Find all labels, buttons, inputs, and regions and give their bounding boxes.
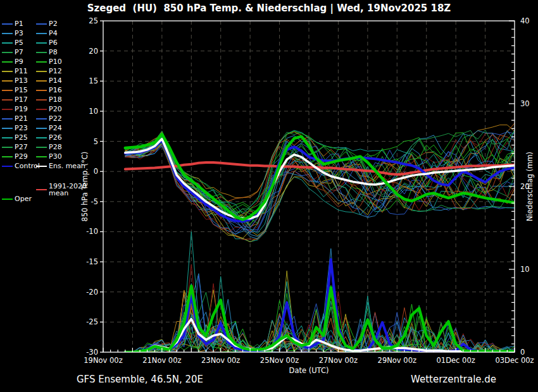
legend-label: P13 — [15, 77, 28, 84]
legend-row: P15P16 — [0, 85, 84, 95]
legend-row: 1991-2020 mean — [0, 180, 84, 190]
legend-swatch-icon — [2, 156, 13, 157]
left-tick-label: 5 — [94, 137, 98, 146]
left-tick-label: -10 — [86, 227, 98, 236]
legend-row: ControlEns. mean — [0, 161, 84, 171]
left-tick-label: 20 — [89, 47, 98, 56]
legend-item-p8: P8 — [36, 47, 58, 57]
left-tick-label: 25 — [89, 16, 98, 25]
legend-item-p10: P10 — [36, 57, 62, 66]
legend-label: P30 — [49, 153, 62, 160]
legend-item-p11: P11 — [2, 66, 28, 76]
legend-item-p2: P2 — [36, 19, 58, 28]
legend-label: P26 — [49, 134, 62, 141]
legend-row: P5P6 — [0, 38, 84, 47]
legend-item-p26: P26 — [36, 133, 62, 142]
legend-label: P4 — [49, 30, 58, 37]
legend-swatch-icon — [2, 61, 13, 63]
legend-item-p4: P4 — [36, 28, 58, 38]
y-axis-right-title: Niederschlag (mm) — [525, 152, 534, 221]
x-tick-label: 19Nov 00z — [84, 356, 122, 365]
legend-item-p25: P25 — [2, 133, 28, 142]
legend-label: P20 — [49, 106, 62, 113]
legend-label: P25 — [15, 134, 28, 141]
meteogram-app: Szeged (HU) 850 hPa Temp. & Niederschlag… — [0, 0, 538, 392]
legend-item-p7: P7 — [2, 47, 23, 57]
legend-item-p29: P29 — [2, 152, 28, 161]
legend-label: P10 — [49, 58, 62, 65]
legend-label: P1 — [15, 20, 23, 27]
legend-label: P6 — [49, 39, 58, 46]
right-tick-label: 30 — [520, 99, 530, 108]
left-tick-label: -15 — [86, 257, 98, 266]
legend-swatch-icon — [2, 52, 13, 53]
legend-label: Oper — [15, 195, 32, 202]
legend-label: P7 — [15, 49, 23, 56]
legend-label: P24 — [49, 125, 62, 132]
left-tick-label: -20 — [86, 288, 98, 297]
legend-label: P16 — [49, 87, 62, 94]
legend-swatch-icon — [2, 118, 13, 119]
left-tick-label: 10 — [89, 107, 98, 116]
legend-label: P14 — [49, 77, 62, 84]
legend-item-p21: P21 — [2, 114, 28, 123]
page-title: Szeged (HU) 850 hPa Temp. & Niederschlag… — [0, 3, 538, 14]
legend-item-p28: P28 — [36, 142, 62, 152]
legend-swatch-icon — [2, 90, 13, 91]
legend-label: P19 — [15, 106, 28, 113]
legend-row: P17P18 — [0, 95, 84, 104]
legend-swatch-icon — [36, 71, 47, 72]
legend-swatch-icon — [2, 23, 13, 25]
model-info-label: GFS Ensemble, 46.5N, 20E — [77, 374, 203, 385]
legend-swatch-icon — [36, 118, 47, 119]
legend-swatch-icon — [36, 166, 47, 167]
legend-swatch-icon — [36, 109, 47, 110]
legend-item-p24: P24 — [36, 123, 62, 133]
legend-label: P11 — [15, 68, 28, 75]
legend-swatch-icon — [2, 137, 13, 138]
legend-item-p22: P22 — [36, 114, 62, 123]
legend-swatch-icon — [2, 109, 13, 110]
right-tick-label: 0 — [520, 348, 525, 357]
legend-swatch-icon — [36, 33, 47, 34]
legend-swatch-icon — [36, 42, 47, 44]
legend-label: P12 — [49, 68, 62, 75]
legend-swatch-icon — [2, 99, 13, 101]
legend-row: Oper — [0, 194, 84, 204]
legend-item-p15: P15 — [2, 85, 28, 95]
x-tick-label: 21Nov 00z — [142, 356, 181, 365]
legend-label: P17 — [15, 96, 28, 103]
legend-row: P27P28 — [0, 142, 84, 152]
legend-swatch-icon — [36, 156, 47, 157]
legend-row: P7P8 — [0, 47, 84, 57]
right-tick-label: 40 — [520, 16, 530, 25]
left-tick-label: -30 — [86, 348, 98, 357]
legend-label: P15 — [15, 87, 28, 94]
legend-item-p16: P16 — [36, 85, 62, 95]
legend-item-oper: Oper — [2, 194, 32, 204]
x-tick-label: 27Nov 00z — [319, 356, 358, 365]
legend-swatch-icon — [36, 189, 47, 190]
legend-label: P18 — [49, 96, 62, 103]
legend-row: P13P14 — [0, 76, 84, 85]
legend-item-p14: P14 — [36, 76, 62, 85]
legend-item-p17: P17 — [2, 95, 28, 104]
legend-swatch-icon — [36, 61, 47, 63]
legend-swatch-icon — [36, 137, 47, 138]
x-tick-label: 23Nov 00z — [201, 356, 240, 365]
legend-row: P3P4 — [0, 28, 84, 38]
legend-swatch-icon — [2, 33, 13, 34]
legend-swatch-icon — [36, 23, 47, 25]
left-tick-label: 15 — [89, 77, 98, 85]
legend-label: P29 — [15, 153, 28, 160]
x-tick-label: 29Nov 00z — [378, 356, 416, 365]
legend-item-p27: P27 — [2, 142, 28, 152]
legend-label: P8 — [49, 49, 58, 56]
legend-item-p1: P1 — [2, 19, 23, 28]
x-tick-label: 03Dec 00z — [495, 356, 534, 365]
legend-row: P29P30 — [0, 152, 84, 161]
legend-label: Ens. mean — [49, 162, 85, 169]
legend-label: P27 — [15, 144, 28, 150]
legend-row: P19P20 — [0, 104, 84, 114]
right-tick-label: 10 — [520, 265, 530, 274]
